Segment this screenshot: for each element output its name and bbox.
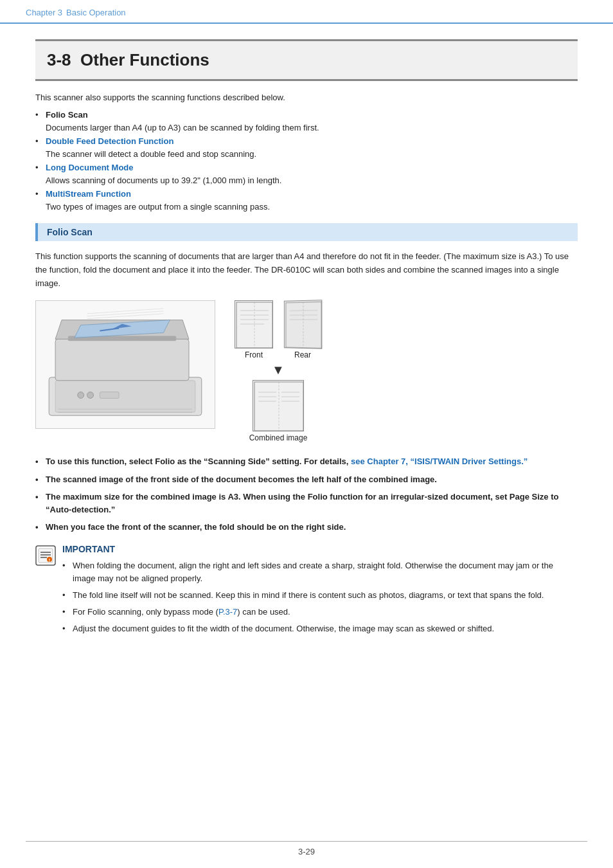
bullet-text: To use this function, select Folio as th… <box>46 457 351 466</box>
page-footer: 3-29 <box>26 841 587 856</box>
important-list-item: The fold line itself will not be scanned… <box>62 589 578 602</box>
combined-image <box>253 380 304 431</box>
combined-label: Combined image <box>249 433 308 442</box>
important-list: When folding the document, align the rig… <box>62 559 578 636</box>
chapter-label: Chapter 3 <box>26 8 62 17</box>
list-item: MultiStream Function Two types of images… <box>35 188 578 213</box>
important-list-item: Adjust the document guides to fit the wi… <box>62 622 578 635</box>
item-title-link[interactable]: MultiStream Function <box>46 189 131 199</box>
important-list-item: For Folio scanning, only bypass mode (P.… <box>62 606 578 619</box>
rear-doc-image <box>284 300 322 350</box>
section-title: 3-8 Other Functions <box>47 50 566 70</box>
folio-scan-body: This function supports the scanning of d… <box>35 250 578 290</box>
svg-line-15 <box>87 309 164 314</box>
arrow-down-icon: ▼ <box>272 363 285 376</box>
scanner-svg <box>36 301 215 428</box>
important-text: The fold line itself will not be scanned… <box>73 590 544 600</box>
combined-diagram: Combined image <box>249 380 308 442</box>
bold-list-item: To use this function, select Folio as th… <box>35 455 578 468</box>
svg-point-9 <box>87 392 94 399</box>
bold-bullet-list: To use this function, select Folio as th… <box>35 455 578 534</box>
front-diagram: Front <box>235 300 273 359</box>
svg-text:!: ! <box>49 558 50 563</box>
svg-line-14 <box>87 311 164 316</box>
front-doc-image <box>235 300 273 348</box>
content: 3-8 Other Functions This scanner also su… <box>0 24 613 659</box>
page-header: Chapter 3 Basic Operation <box>0 0 613 24</box>
intro-list: Folio Scan Documents larger than A4 (up … <box>35 109 578 213</box>
important-text: For Folio scanning, only bypass mode ( <box>73 607 218 617</box>
right-diagrams: Front Rear <box>235 300 322 442</box>
chapter-title: Basic Operation <box>66 8 126 17</box>
bullet-text: The scanned image of the front side of t… <box>46 475 437 484</box>
p37-link[interactable]: P.3-7 <box>218 607 237 617</box>
item-desc: Allows scanning of documents up to 39.2"… <box>46 174 578 187</box>
svg-rect-2 <box>55 339 189 381</box>
scanner-illustration <box>35 300 215 429</box>
important-box: ! IMPORTANT When folding the document, a… <box>35 544 578 640</box>
item-desc: The scanner will detect a double feed an… <box>46 148 578 161</box>
bullet-text: The maximum size for the combined image … <box>46 492 558 514</box>
item-title-link[interactable]: Double Feed Detection Function <box>46 136 173 146</box>
important-title: IMPORTANT <box>62 544 578 554</box>
important-icon: ! <box>35 545 56 566</box>
svg-line-13 <box>87 314 164 319</box>
top-diagrams: Front Rear <box>235 300 322 359</box>
important-svg-icon: ! <box>35 545 56 566</box>
rear-label: Rear <box>294 350 311 359</box>
subsection-heading: Folio Scan <box>35 223 578 241</box>
svg-rect-1 <box>55 381 195 413</box>
important-content: IMPORTANT When folding the document, ali… <box>62 544 578 640</box>
item-desc: Two types of images are output from a si… <box>46 201 578 213</box>
important-text: Adjust the document guides to fit the wi… <box>73 624 494 633</box>
page: Chapter 3 Basic Operation 3-8 Other Func… <box>0 0 613 868</box>
front-label: Front <box>245 350 263 359</box>
list-item: Long Document Mode Allows scanning of do… <box>35 161 578 186</box>
intro-paragraph: This scanner also supports the scanning … <box>35 93 578 102</box>
svg-rect-10 <box>100 392 119 399</box>
item-title: Folio Scan <box>46 110 88 120</box>
bold-list-item: The scanned image of the front side of t… <box>35 473 578 486</box>
important-list-item: When folding the document, align the rig… <box>62 559 578 585</box>
figure-area: Front Rear <box>35 300 578 442</box>
important-text: When folding the document, align the rig… <box>73 561 553 583</box>
list-item: Double Feed Detection Function The scann… <box>35 135 578 160</box>
bullet-text: When you face the front of the scanner, … <box>46 522 346 532</box>
bold-list-item: When you face the front of the scanner, … <box>35 521 578 534</box>
svg-rect-22 <box>286 302 322 348</box>
svg-point-8 <box>78 392 84 399</box>
section-title-box: 3-8 Other Functions <box>35 39 578 81</box>
list-item: Folio Scan Documents larger than A4 (up … <box>35 109 578 134</box>
chapter7-link[interactable]: see Chapter 7, “ISIS/TWAIN Driver Settin… <box>351 457 528 466</box>
item-title-link[interactable]: Long Document Mode <box>46 163 134 172</box>
bold-list-item: The maximum size for the combined image … <box>35 491 578 516</box>
item-desc: Documents larger than A4 (up to A3) can … <box>46 122 578 134</box>
page-number: 3-29 <box>298 847 315 856</box>
important-text: ) can be used. <box>237 607 290 617</box>
rear-diagram: Rear <box>283 300 322 359</box>
